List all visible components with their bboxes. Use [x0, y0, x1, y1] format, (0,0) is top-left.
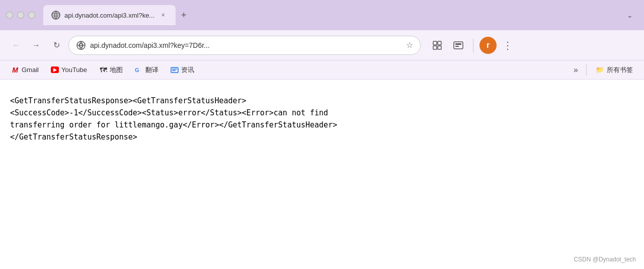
svg-rect-13 — [172, 70, 176, 71]
svg-rect-8 — [455, 43, 461, 45]
url-text: api.dynadot.com/api3.xml?key=7D6r... — [90, 41, 402, 49]
folder-icon: 📁 — [596, 66, 604, 74]
minimize-window-btn[interactable] — [17, 12, 24, 19]
translate-icon: G — [135, 66, 143, 74]
bookmarks-bar: M Gmail YouTube 🗺 地图 G 翻译 — [0, 60, 644, 80]
bookmark-translate[interactable]: G 翻译 — [130, 63, 164, 77]
bookmark-gmail-label: Gmail — [22, 66, 39, 74]
bookmark-star-icon[interactable]: ☆ — [406, 40, 413, 50]
forward-button[interactable]: → — [28, 37, 44, 53]
youtube-icon — [51, 66, 59, 74]
all-bookmarks-label: 所有书签 — [607, 65, 633, 75]
tab-area: api.dynadot.com/api3.xml?ke... × + — [43, 5, 618, 25]
more-bookmarks-button[interactable]: » — [570, 63, 582, 77]
refresh-button[interactable]: ↻ — [48, 37, 64, 53]
tab-favicon-icon — [51, 11, 60, 20]
bookmarks-divider — [586, 64, 587, 76]
bookmark-youtube-label: YouTube — [61, 66, 87, 74]
more-options-button[interactable]: ⋮ — [501, 37, 515, 53]
svg-rect-11 — [171, 68, 178, 73]
back-button[interactable]: ← — [8, 37, 24, 53]
bookmark-maps-label: 地图 — [110, 65, 123, 75]
svg-rect-12 — [172, 69, 177, 70]
chevron-down-icon[interactable]: ⌄ — [622, 7, 638, 23]
site-info-icon[interactable] — [76, 40, 86, 50]
close-window-btn[interactable] — [6, 12, 13, 19]
active-tab[interactable]: api.dynadot.com/api3.xml?ke... × — [43, 5, 176, 25]
title-bar-right: ⌄ — [622, 7, 638, 23]
tab-close-button[interactable]: × — [158, 11, 168, 20]
extensions-button[interactable] — [429, 37, 446, 54]
bookmark-news-label: 资讯 — [181, 65, 194, 75]
address-bar: ← → ↻ api.dynadot.com/api3.xml?key=7D6r.… — [0, 30, 644, 60]
bookmark-news[interactable]: 资讯 — [166, 63, 199, 77]
watermark: CSDN @Dynadot_tech — [574, 256, 636, 263]
svg-rect-4 — [438, 41, 441, 45]
window-controls — [6, 12, 35, 19]
svg-rect-7 — [454, 42, 463, 49]
bookmark-gmail[interactable]: M Gmail — [6, 64, 44, 76]
svg-rect-6 — [438, 46, 441, 49]
all-bookmarks-button[interactable]: 📁 所有书签 — [591, 63, 638, 77]
profile-button[interactable]: r — [479, 37, 497, 54]
address-bar-right: r ⋮ — [429, 37, 515, 54]
tab-search-button[interactable] — [450, 37, 467, 54]
bookmark-maps[interactable]: 🗺 地图 — [94, 63, 128, 77]
maps-icon: 🗺 — [99, 66, 107, 74]
title-bar: api.dynadot.com/api3.xml?ke... × + ⌄ — [0, 0, 644, 30]
svg-rect-9 — [455, 46, 459, 47]
svg-text:G: G — [135, 67, 139, 73]
svg-rect-3 — [433, 41, 437, 45]
new-tab-button[interactable]: + — [176, 7, 192, 23]
gmail-icon: M — [11, 66, 19, 74]
xml-response-text: <GetTransferStatusResponse><GetTransferS… — [10, 95, 634, 143]
main-content: <GetTransferStatusResponse><GetTransferS… — [0, 80, 644, 153]
url-bar[interactable]: api.dynadot.com/api3.xml?key=7D6r... ☆ — [68, 36, 421, 55]
bookmark-translate-label: 翻译 — [145, 65, 158, 75]
maximize-window-btn[interactable] — [28, 12, 35, 19]
news-icon — [171, 66, 179, 74]
tab-title: api.dynadot.com/api3.xml?ke... — [64, 12, 154, 19]
divider — [473, 38, 473, 52]
svg-rect-5 — [433, 46, 437, 49]
bookmark-youtube[interactable]: YouTube — [46, 64, 92, 76]
